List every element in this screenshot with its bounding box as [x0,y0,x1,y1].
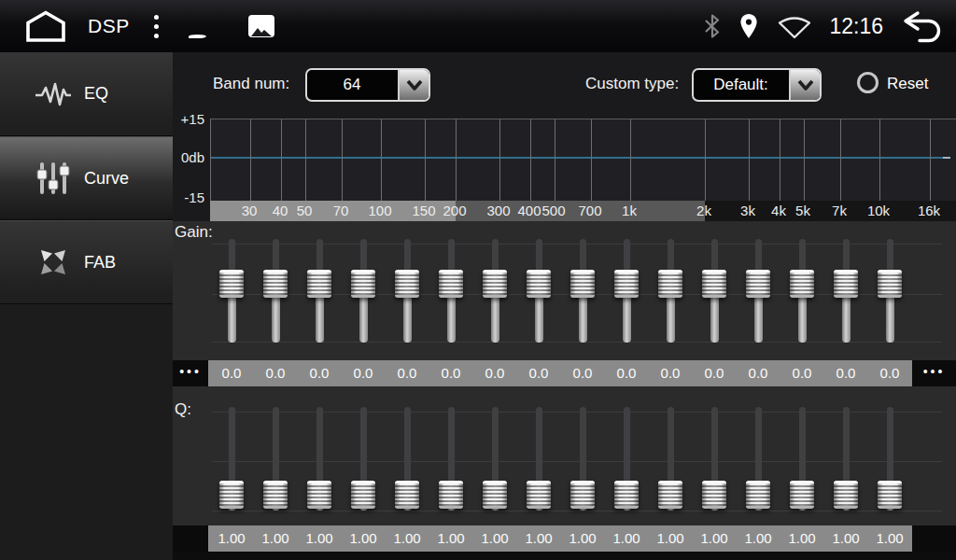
q-slider[interactable] [263,407,288,511]
custom-type-dropdown[interactable]: Default: [692,68,822,102]
gain-slider[interactable] [790,239,814,343]
gain-slider-knob[interactable] [878,270,902,298]
gain-slider-knob[interactable] [439,270,463,298]
gain-slider-knob[interactable] [834,270,858,298]
gain-slider-knob[interactable] [570,270,595,298]
slider-track-upper[interactable] [360,407,367,486]
gain-slider[interactable] [746,239,770,343]
slider-track-upper[interactable] [404,407,411,486]
gain-slider-knob[interactable] [746,270,770,298]
slider-track-upper[interactable] [448,407,455,486]
sidebar-item-fab[interactable]: FAB [0,220,173,304]
slider-track-lower[interactable] [667,292,675,343]
gain-slider-knob[interactable] [263,270,288,298]
slider-track-upper[interactable] [624,407,630,486]
band-num-dropdown[interactable]: 64 [305,68,430,102]
q-slider-knob[interactable] [658,481,682,509]
slider-track-upper[interactable] [229,407,235,486]
q-slider[interactable] [746,407,770,511]
q-slider-knob[interactable] [527,481,551,509]
q-slider[interactable] [351,407,375,511]
slider-track-upper[interactable] [492,407,499,486]
q-slider-knob[interactable] [483,481,507,509]
slider-track-upper[interactable] [316,407,323,486]
slider-track-lower[interactable] [710,292,719,343]
slider-track-lower[interactable] [403,292,412,343]
slider-track-lower[interactable] [447,292,456,343]
freq-axis[interactable]: 304050701001502003004005007001k2k3k4k5k7… [210,201,956,221]
gain-slider-knob[interactable] [483,270,507,298]
gain-slider[interactable] [219,239,244,343]
q-slider-knob[interactable] [878,481,902,509]
gain-slider[interactable] [307,239,331,343]
q-slider-knob[interactable] [746,481,770,509]
gain-slider[interactable] [834,239,858,343]
q-slider-knob[interactable] [439,481,463,509]
gain-slider-knob[interactable] [395,270,419,298]
slider-track-lower[interactable] [754,292,763,343]
q-slider-knob[interactable] [614,481,639,509]
slider-track-upper[interactable] [536,407,542,486]
gain-slider-knob[interactable] [351,270,375,298]
q-slider-knob[interactable] [790,481,814,509]
q-slider-knob[interactable] [570,481,595,509]
q-slider[interactable] [614,407,639,511]
slider-track-upper[interactable] [711,407,718,486]
gain-slider[interactable] [483,239,507,343]
slider-track-lower[interactable] [579,292,587,343]
q-slider[interactable] [307,407,331,511]
q-slider[interactable] [834,407,858,511]
q-slider-knob[interactable] [395,481,419,509]
slider-track-upper[interactable] [273,407,279,486]
q-slider-knob[interactable] [702,481,726,509]
gain-slider-knob[interactable] [307,270,331,298]
slider-track-upper[interactable] [843,407,850,486]
gain-slider[interactable] [351,239,375,343]
q-slider[interactable] [395,407,419,511]
slider-track-lower[interactable] [359,292,368,343]
q-slider[interactable] [702,407,726,511]
slider-track-upper[interactable] [580,407,586,486]
sidebar-item-curve[interactable]: Curve [0,136,173,220]
gain-slider[interactable] [570,239,595,343]
q-slider[interactable] [790,407,814,511]
slider-track-upper[interactable] [887,407,893,486]
slider-track-lower[interactable] [798,292,807,343]
gain-slider[interactable] [439,239,463,343]
slider-track-upper[interactable] [799,407,806,486]
slider-track-lower[interactable] [842,292,851,343]
q-slider[interactable] [483,407,507,511]
gain-slider-knob[interactable] [702,270,726,298]
chevron-down-icon[interactable] [789,70,820,100]
gain-slider[interactable] [878,239,902,343]
q-slider[interactable] [219,407,244,511]
apps-icon[interactable] [189,7,228,46]
slider-track-lower[interactable] [272,292,280,343]
overflow-menu-icon[interactable] [154,15,159,38]
gallery-icon[interactable] [248,15,274,37]
reset-radio[interactable] [857,72,879,93]
slider-track-lower[interactable] [623,292,631,343]
slider-track-upper[interactable] [668,407,674,486]
gain-slider-knob[interactable] [790,270,814,298]
slider-track-lower[interactable] [316,292,324,343]
slider-track-lower[interactable] [228,292,236,343]
home-icon[interactable] [24,9,67,43]
gain-slider[interactable] [263,239,288,343]
slider-track-upper[interactable] [755,407,762,486]
q-slider-knob[interactable] [351,481,375,509]
slider-track-lower[interactable] [491,292,499,343]
gain-slider-knob[interactable] [527,270,551,298]
q-slider[interactable] [878,407,902,511]
gain-slider[interactable] [527,239,551,343]
slider-track-lower[interactable] [535,292,543,343]
sidebar-item-eq[interactable]: EQ [0,52,173,136]
gain-slider-knob[interactable] [219,270,244,298]
gain-slider[interactable] [658,239,682,343]
gain-slider-knob[interactable] [614,270,639,298]
chevron-down-icon[interactable] [398,70,429,100]
q-slider[interactable] [527,407,551,511]
q-slider-knob[interactable] [219,481,244,509]
gain-more-left-button[interactable]: ••• [173,360,208,386]
gain-more-right-button[interactable]: ••• [912,360,956,386]
